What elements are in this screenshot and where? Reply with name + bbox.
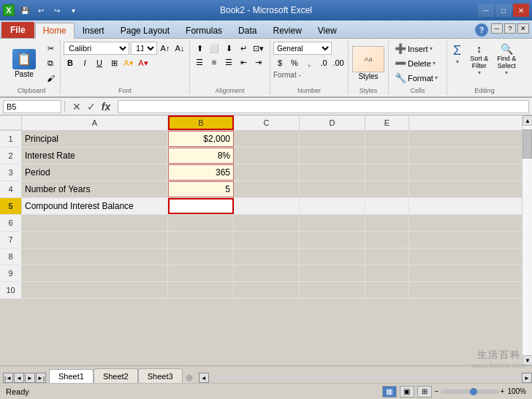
cell-d7[interactable] [300, 232, 365, 248]
align-bottom-btn[interactable]: ⬇ [222, 42, 235, 55]
cell-e4[interactable] [365, 181, 409, 197]
cell-d1[interactable] [300, 131, 365, 147]
cell-e6[interactable] [365, 215, 409, 231]
page-layout-view-btn[interactable]: ▣ [400, 386, 414, 398]
font-size-select[interactable]: 11 [131, 42, 157, 55]
minimize-btn[interactable]: ─ [478, 4, 494, 17]
italic-btn[interactable]: I [78, 56, 91, 69]
cell-b10[interactable] [168, 282, 234, 298]
cell-a8[interactable] [22, 248, 168, 265]
insert-btn[interactable]: ➕ Insert ▾ [392, 42, 436, 56]
cell-b3[interactable]: 365 [168, 164, 234, 180]
number-format-select[interactable]: General [273, 42, 332, 55]
zoom-slider-thumb[interactable] [470, 388, 477, 395]
cell-b7[interactable] [168, 232, 234, 248]
cell-c8[interactable] [234, 248, 300, 265]
cell-a10[interactable] [22, 282, 168, 298]
col-header-b[interactable]: B [168, 115, 234, 130]
paste-btn[interactable]: 📋 Paste [6, 46, 42, 81]
bold-btn[interactable]: B [64, 56, 77, 69]
redo-quick-btn[interactable]: ↪ [50, 3, 64, 18]
col-header-d[interactable]: D [300, 115, 365, 130]
tab-review[interactable]: Review [265, 22, 309, 38]
font-color-btn[interactable]: A▾ [137, 56, 150, 69]
row-header-10[interactable]: 10 [0, 282, 22, 298]
find-select-btn[interactable]: 🔍 Find &Select ▾ [494, 42, 519, 77]
row-header-9[interactable]: 9 [0, 265, 22, 281]
cell-c1[interactable] [234, 131, 300, 147]
underline-btn[interactable]: U [93, 56, 106, 69]
cell-a5[interactable]: Compound Interest Balance [22, 198, 168, 214]
sheet-nav-first[interactable]: |◄ [3, 373, 13, 383]
align-center-btn[interactable]: ≡ [208, 56, 221, 69]
horizontal-scrollbar[interactable]: ◄ ► [199, 373, 532, 383]
sheet-tab-sheet1[interactable]: Sheet1 [49, 369, 94, 384]
normal-view-btn[interactable]: ▦ [382, 386, 397, 398]
cell-b1[interactable]: $2,000 [168, 131, 234, 147]
comma-btn[interactable]: , [303, 56, 316, 69]
percent-btn[interactable]: % [288, 56, 301, 69]
col-header-a[interactable]: A [22, 115, 168, 130]
scroll-up-btn[interactable]: ▲ [522, 115, 532, 126]
page-break-view-btn[interactable]: ⊞ [417, 386, 432, 398]
tab-page-layout[interactable]: Page Layout [113, 22, 178, 38]
cell-e7[interactable] [365, 232, 409, 248]
row-header-5[interactable]: 5 [0, 198, 22, 214]
decrease-font-btn[interactable]: A↓ [173, 42, 186, 55]
row-header-2[interactable]: 2 [0, 148, 22, 164]
align-top-btn[interactable]: ⬆ [193, 42, 206, 55]
zoom-in-btn[interactable]: + [501, 387, 505, 395]
sheet-tab-sheet2[interactable]: Sheet2 [94, 368, 138, 383]
cell-a3[interactable]: Period [22, 164, 168, 180]
wrap-text-btn[interactable]: ↵ [237, 42, 250, 55]
cell-e10[interactable] [365, 282, 409, 298]
cell-e9[interactable] [365, 265, 409, 281]
cell-b8[interactable] [168, 248, 234, 265]
confirm-formula-icon[interactable]: ✓ [86, 101, 97, 113]
currency-btn[interactable]: $ [273, 56, 286, 69]
cell-a4[interactable]: Number of Years [22, 181, 168, 197]
tab-insert[interactable]: Insert [75, 22, 113, 38]
row-header-8[interactable]: 8 [0, 248, 22, 265]
cell-c2[interactable] [234, 148, 300, 164]
decrease-decimal-btn[interactable]: .0 [317, 56, 330, 69]
cell-e8[interactable] [365, 248, 409, 265]
cell-c9[interactable] [234, 265, 300, 281]
row-header-3[interactable]: 3 [0, 164, 22, 180]
cell-a6[interactable] [22, 215, 168, 231]
tab-home[interactable]: Home [35, 23, 75, 39]
zoom-out-btn[interactable]: − [435, 387, 439, 395]
hscroll-left-btn[interactable]: ◄ [199, 373, 209, 383]
fill-color-btn[interactable]: A▾ [122, 56, 135, 69]
align-right-btn[interactable]: ☰ [222, 56, 235, 69]
cell-b6[interactable] [168, 215, 234, 231]
cut-btn[interactable]: ✂ [44, 42, 57, 56]
format-btn[interactable]: 🔧 Format ▾ [392, 71, 441, 85]
format-painter-btn[interactable]: 🖌 [44, 72, 57, 85]
cell-d8[interactable] [300, 248, 365, 265]
fx-icon[interactable]: fx [100, 101, 112, 113]
cell-d5[interactable] [300, 198, 365, 214]
cell-d2[interactable] [300, 148, 365, 164]
formula-input[interactable] [118, 100, 529, 113]
align-left-btn[interactable]: ☰ [193, 56, 206, 69]
delete-btn[interactable]: ➖ Delete ▾ [392, 56, 438, 70]
cell-c4[interactable] [234, 181, 300, 197]
sheet-tab-sheet3[interactable]: Sheet3 [138, 368, 183, 383]
cell-d4[interactable] [300, 181, 365, 197]
save-quick-btn[interactable]: 💾 [18, 3, 32, 18]
sheet-nav-last[interactable]: ►| [36, 373, 46, 383]
row-header-6[interactable]: 6 [0, 215, 22, 231]
autosum-btn[interactable]: Σ ▾ [450, 42, 464, 77]
row-header-1[interactable]: 1 [0, 131, 22, 147]
qa-dropdown-btn[interactable]: ▾ [66, 3, 80, 18]
cell-e1[interactable] [365, 131, 409, 147]
sort-filter-btn[interactable]: ↕ Sort &Filter ▾ [467, 42, 491, 77]
name-box[interactable] [3, 100, 61, 113]
close-btn[interactable]: ✕ [513, 4, 529, 17]
tab-data[interactable]: Data [230, 22, 265, 38]
sheet-nav-next[interactable]: ► [25, 373, 35, 383]
decrease-indent-btn[interactable]: ⇤ [237, 56, 250, 69]
align-middle-btn[interactable]: ⬜ [208, 42, 221, 55]
help-btn[interactable]: ? [475, 23, 488, 37]
